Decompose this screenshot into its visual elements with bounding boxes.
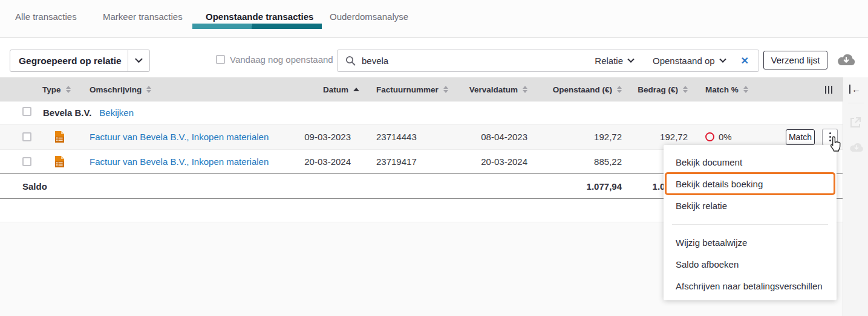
search-filter-box: Relatie Openstaand op ✕ — [337, 50, 759, 72]
cell-datum: 20-03-2024 — [299, 156, 363, 167]
menu-item-wijzig-betaalwijze[interactable]: Wijzig betaalwijze — [664, 233, 837, 252]
group-name: Bevela B.V. — [43, 108, 91, 118]
sort-asc-icon — [353, 88, 359, 91]
column-header-type[interactable]: Type — [42, 85, 79, 94]
column-header-datum[interactable]: Datum — [299, 85, 363, 94]
group-header-row: Bevela B.V. Bekijken — [0, 102, 843, 124]
today-open-filter: Vandaag nog openstaand — [216, 54, 333, 65]
cell-datum: 09-03-2023 — [299, 132, 363, 142]
side-panel-strip: ← — [843, 77, 868, 316]
cell-openstaand: 192,72 — [535, 132, 623, 142]
cell-factuurnummer: 23714443 — [363, 132, 436, 142]
row-context-menu: Bekijk document Bekijk details boeking B… — [664, 145, 837, 300]
group-by-dropdown-label: Gegroepeerd op relatie — [10, 56, 128, 66]
invoice-document-icon — [54, 131, 65, 143]
row-checkbox[interactable] — [22, 132, 31, 141]
tab-bar: Alle transacties Markeer transacties Ope… — [0, 0, 868, 38]
saldo-openstaand: 1.077,94 — [535, 181, 623, 192]
column-header-vervaldatum[interactable]: Vervaldatum — [436, 85, 535, 94]
send-list-button[interactable]: Verzend lijst — [763, 51, 827, 69]
edit-open-icon[interactable] — [849, 116, 862, 129]
row-checkbox[interactable] — [22, 157, 31, 166]
download-cloud-icon[interactable] — [837, 52, 856, 68]
filter-openstaand-op-label: Openstaand op — [653, 56, 715, 66]
sort-icon — [66, 86, 71, 93]
filter-relatie-label: Relatie — [595, 56, 623, 66]
sort-icon — [523, 86, 527, 93]
menu-item-afschrijven-betalingsverschillen[interactable]: Afschrijven naar betalingsverschillen — [664, 276, 837, 295]
today-open-checkbox[interactable] — [216, 55, 225, 64]
group-view-link[interactable]: Bekijken — [99, 108, 134, 118]
row-kebab-menu-icon[interactable] — [822, 129, 838, 146]
cell-vervaldatum: 20-03-2024 — [436, 156, 535, 167]
sort-icon — [683, 86, 688, 93]
column-header-bedrag[interactable]: Bedrag (€) — [623, 85, 690, 94]
cell-vervaldatum: 08-04-2023 — [436, 132, 535, 142]
transaction-link[interactable]: Factuur van Bevela B.V., Inkopen materia… — [90, 156, 269, 167]
menu-divider — [672, 224, 828, 225]
column-header-factuurnummer[interactable]: Factuurnummer — [363, 85, 436, 94]
tab-markeer-transacties[interactable]: Markeer transacties — [103, 11, 183, 22]
clear-filters-icon[interactable]: ✕ — [741, 55, 749, 66]
column-header-match[interactable]: Match % — [690, 85, 759, 94]
download-cloud-icon-disabled — [849, 141, 864, 153]
group-by-dropdown-toggle[interactable] — [128, 50, 149, 71]
cell-openstaand: 885,22 — [535, 156, 623, 167]
menu-item-bekijk-relatie[interactable]: Bekijk relatie — [664, 196, 837, 215]
match-zero-icon — [705, 132, 714, 141]
chevron-down-icon — [135, 55, 143, 63]
menu-item-bekijk-document[interactable]: Bekijk document — [664, 152, 837, 172]
column-header-openstaand[interactable]: Openstaand (€) — [535, 85, 623, 94]
filter-openstaand-op-dropdown[interactable]: Openstaand op — [653, 56, 725, 66]
search-input[interactable] — [362, 56, 595, 66]
chevron-down-icon — [719, 56, 726, 62]
tab-alle-transacties[interactable]: Alle transacties — [15, 11, 77, 22]
tab-openstaande-transacties[interactable]: Openstaande transacties — [206, 11, 313, 22]
group-by-dropdown[interactable]: Gegroepeerd op relatie — [10, 50, 150, 72]
sort-icon — [743, 86, 748, 93]
group-checkbox[interactable] — [22, 107, 31, 116]
match-button[interactable]: Match — [786, 129, 815, 145]
strip-divider — [848, 103, 864, 103]
columns-config-icon[interactable] — [825, 86, 832, 94]
transaction-link[interactable]: Factuur van Bevela B.V., Inkopen materia… — [90, 132, 269, 142]
cell-match-pct: 0% — [690, 132, 759, 142]
invoice-document-icon — [54, 155, 65, 168]
active-tab-underline — [192, 24, 322, 29]
tab-ouderdomsanalyse[interactable]: Ouderdomsanalyse — [330, 11, 408, 22]
filter-toolbar: Gegroepeerd op relatie Vandaag nog opens… — [0, 38, 868, 77]
column-settings-cell — [759, 86, 843, 94]
today-open-checkbox-label: Vandaag nog openstaand — [230, 54, 333, 65]
menu-item-bekijk-details-boeking-highlighted[interactable]: Bekijk details boeking — [665, 172, 835, 195]
filter-relatie-dropdown[interactable]: Relatie — [595, 56, 633, 66]
menu-item-saldo-afboeken[interactable]: Saldo afboeken — [664, 254, 837, 274]
search-icon — [345, 56, 356, 66]
cell-bedrag: 192,72 — [623, 132, 690, 142]
column-header-omschrijving[interactable]: Omschrijving — [79, 85, 299, 94]
cell-actions: Match — [759, 129, 843, 146]
openstaande-transacties-page: Alle transacties Markeer transacties Ope… — [0, 0, 868, 316]
sort-icon — [146, 86, 151, 93]
sort-icon — [617, 86, 622, 93]
table-header-row: Type Omschrijving Datum Factuurnummer Ve… — [0, 77, 843, 102]
chevron-down-icon — [627, 56, 634, 62]
collapse-panel-icon[interactable]: ← — [849, 85, 861, 94]
cell-factuurnummer: 23719417 — [363, 156, 436, 167]
saldo-label: Saldo — [0, 181, 299, 192]
